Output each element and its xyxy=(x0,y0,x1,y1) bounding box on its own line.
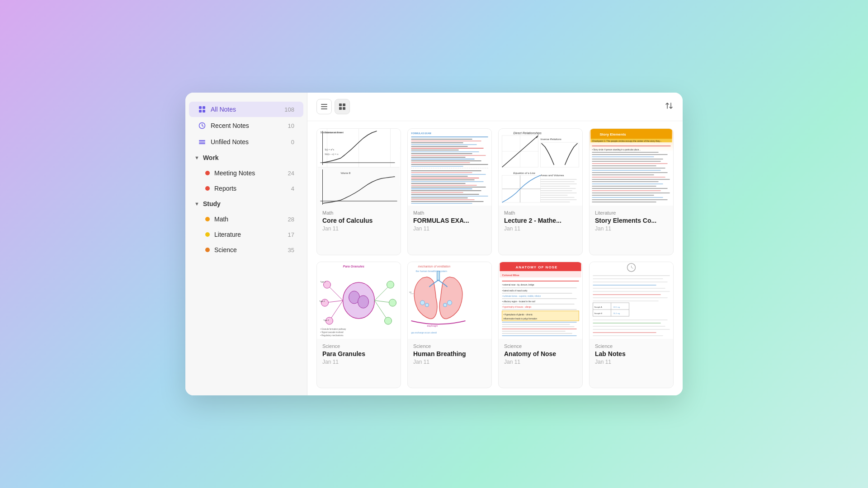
svg-point-152 xyxy=(443,303,447,307)
sidebar-item-recent-notes[interactable]: Recent Notes 10 xyxy=(189,118,303,133)
note-date-1: Jan 11 xyxy=(322,225,395,232)
all-notes-count: 108 xyxy=(284,106,294,113)
note-meta-6: Science Human Breathing Jan 11 xyxy=(408,339,491,369)
svg-point-151 xyxy=(448,300,452,305)
note-card-4[interactable]: Story Elements Checkpoint 1: The people … xyxy=(589,128,674,255)
note-category-8: Science xyxy=(595,343,668,349)
app-container: All Notes 108 Recent Notes 10 xyxy=(185,93,683,395)
svg-text:Substance of core: Substance of core xyxy=(325,131,344,134)
svg-point-134 xyxy=(389,299,396,306)
study-label: Study xyxy=(203,200,221,207)
note-category-7: Science xyxy=(504,343,577,349)
note-card-8[interactable]: Sample A Sample B 24.5 mg 31.2 mg xyxy=(589,262,674,389)
note-thumbnail-8: Sample A Sample B 24.5 mg 31.2 mg xyxy=(590,262,673,339)
note-title-1: Core of Calculus xyxy=(322,217,395,224)
math-dot xyxy=(205,217,210,221)
all-notes-icon xyxy=(198,105,206,113)
note-card-7[interactable]: ANATOMY OF NOSE Colored Mine • external … xyxy=(498,262,583,389)
svg-text:ANATOMY OF NOSE: ANATOMY OF NOSE xyxy=(516,265,558,269)
note-category-4: Literature xyxy=(595,210,668,216)
svg-rect-6 xyxy=(199,142,205,143)
svg-text:Equation of a Line: Equation of a Line xyxy=(514,172,536,174)
svg-text:• Granule formation pathway: • Granule formation pathway xyxy=(321,328,347,330)
svg-text:• turbinate bones - superior, : • turbinate bones - superior, middle, in… xyxy=(502,295,541,297)
unfiled-notes-icon xyxy=(198,138,206,146)
note-meta-5: Science Para Granules Jan 11 xyxy=(317,339,401,369)
note-card-5[interactable]: Para Granules xyxy=(316,262,401,389)
svg-text:• Story circle: A person stand: • Story circle: A person standing in a p… xyxy=(592,149,641,151)
svg-text:• Hyperplasia of glands - chro: • Hyperplasia of glands - chronic xyxy=(504,314,533,316)
svg-text:• lateral walls of nasal cavit: • lateral walls of nasal cavity xyxy=(502,290,528,292)
recent-notes-label: Recent Notes xyxy=(211,122,249,129)
sidebar-item-unfiled-notes[interactable]: Unfiled Notes 0 xyxy=(189,134,303,150)
svg-point-150 xyxy=(425,303,429,307)
note-meta-7: Science Anatomy of Nose Jan 11 xyxy=(499,339,582,369)
view-toggle xyxy=(316,99,350,114)
note-date-8: Jan 11 xyxy=(595,359,668,365)
list-view-button[interactable] xyxy=(316,99,332,114)
svg-rect-8 xyxy=(321,104,327,105)
grid-view-button[interactable] xyxy=(335,99,350,114)
recent-notes-count: 10 xyxy=(288,122,294,129)
section-work[interactable]: ▼ Work xyxy=(185,150,307,165)
note-date-5: Jan 11 xyxy=(322,359,395,365)
sidebar-item-meeting-notes[interactable]: Meeting Notes 24 xyxy=(189,166,303,180)
svg-text:Sample A: Sample A xyxy=(594,306,602,308)
sidebar-item-all-notes[interactable]: All Notes 108 xyxy=(189,102,303,117)
note-card-1[interactable]: Substance at time t Substance of core Vo… xyxy=(316,128,401,255)
svg-text:gas exchange occurs alveoli: gas exchange occurs alveoli xyxy=(411,332,437,334)
notes-grid: Substance at time t Substance of core Vo… xyxy=(307,121,683,395)
note-thumbnail-6: mechanism of ventilation the human breat… xyxy=(408,262,491,339)
svg-rect-12 xyxy=(343,103,345,106)
svg-line-180 xyxy=(632,267,633,268)
note-card-2[interactable]: FORMULAS EXAM xyxy=(407,128,492,255)
science-count: 35 xyxy=(288,247,294,253)
section-study[interactable]: ▼ Study xyxy=(185,197,307,211)
svg-text:Para Granules: Para Granules xyxy=(343,265,365,268)
note-date-2: Jan 11 xyxy=(413,225,486,232)
svg-text:Colored Mine: Colored Mine xyxy=(502,274,520,277)
note-category-3: Math xyxy=(504,210,577,216)
meeting-notes-count: 24 xyxy=(288,170,294,177)
sidebar-item-math[interactable]: Math 28 xyxy=(189,212,303,226)
note-card-6[interactable]: mechanism of ventilation the human breat… xyxy=(407,262,492,389)
note-meta-3: Math Lecture 2 - Mathe... Jan 11 xyxy=(499,206,582,235)
sidebar-item-science[interactable]: Science 35 xyxy=(189,243,303,257)
note-card-3[interactable]: Direct Relationships Inverse Relations xyxy=(498,128,583,255)
science-dot xyxy=(205,248,210,252)
svg-text:• hypertrophy of tissues - all: • hypertrophy of tissues - allergic xyxy=(502,306,532,308)
note-category-5: Science xyxy=(322,343,395,349)
note-title-2: FORMULAS EXA... xyxy=(413,217,486,224)
note-category-1: Math xyxy=(322,210,395,216)
svg-text:lim(x→∞) = ∞: lim(x→∞) = ∞ xyxy=(325,153,339,155)
meeting-notes-label: Meeting Notes xyxy=(214,169,255,177)
svg-text:31.2 mg: 31.2 mg xyxy=(613,312,620,314)
note-category-2: Math xyxy=(413,210,486,216)
svg-rect-5 xyxy=(199,140,205,141)
svg-rect-1 xyxy=(203,106,205,109)
svg-point-133 xyxy=(387,281,394,288)
math-label: Math xyxy=(214,216,228,223)
svg-rect-2 xyxy=(199,110,202,113)
reports-count: 4 xyxy=(291,185,294,192)
svg-rect-0 xyxy=(199,106,202,109)
note-date-4: Jan 11 xyxy=(595,225,668,232)
svg-text:• olfactory region - located i: • olfactory region - located in the roof xyxy=(502,300,536,303)
note-meta-8: Science Lab Notes Jan 11 xyxy=(590,339,673,369)
svg-rect-16 xyxy=(318,167,400,206)
sidebar-item-reports[interactable]: Reports 4 xyxy=(189,181,303,196)
literature-dot xyxy=(205,232,210,237)
reports-dot xyxy=(205,186,210,191)
svg-rect-9 xyxy=(321,106,327,107)
sort-button[interactable] xyxy=(665,101,674,113)
note-thumbnail-2: FORMULAS EXAM xyxy=(408,129,491,206)
svg-text:inflammation leads to polyp fo: inflammation leads to polyp formation xyxy=(504,318,538,320)
unfiled-notes-count: 0 xyxy=(291,139,294,145)
svg-text:Type 1: Type 1 xyxy=(321,281,326,283)
svg-text:• Regulatory mechanisms: • Regulatory mechanisms xyxy=(321,334,344,337)
sidebar-item-literature[interactable]: Literature 17 xyxy=(189,227,303,242)
svg-text:the human breathing system: the human breathing system xyxy=(416,270,448,272)
svg-rect-14 xyxy=(343,107,345,110)
svg-text:• Signal cascade involved: • Signal cascade involved xyxy=(321,331,344,333)
note-date-3: Jan 11 xyxy=(504,225,577,232)
